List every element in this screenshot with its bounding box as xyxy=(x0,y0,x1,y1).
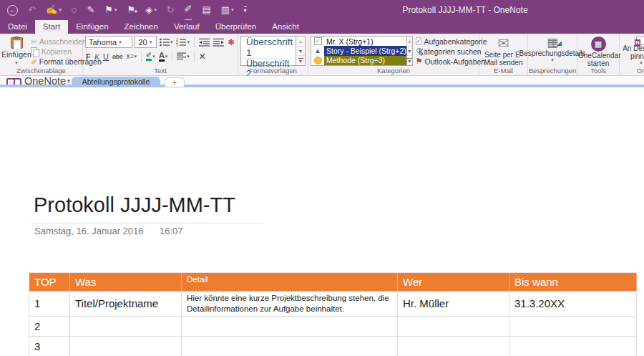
page-date[interactable]: Samstag, 16. Januar 2016 xyxy=(34,226,144,236)
page-title[interactable]: Protokoll JJJJ-MM-TT xyxy=(34,193,235,217)
clipboard-icon xyxy=(11,37,23,49)
undo-icon[interactable]: ↶ xyxy=(28,0,36,20)
table-cell[interactable]: Hr. Müller xyxy=(398,292,509,317)
section-tab-abteilungsprotokolle[interactable]: Abteilungsprotokolle xyxy=(72,77,160,87)
group-label-categories: Kategorien xyxy=(308,67,479,74)
protocol-table: TOP Was Detail Wer Bis wann 1Titel/Proje… xyxy=(29,272,637,356)
category-mrx[interactable]: ✓ Mr. X (Strg+1) xyxy=(311,37,406,46)
tag-icon[interactable]: ◈▾ xyxy=(145,0,157,20)
strikethrough-button[interactable]: abc xyxy=(112,53,124,60)
column-header-top[interactable]: TOP xyxy=(29,273,70,292)
gallery-up-icon[interactable]: ▲ xyxy=(296,37,305,47)
search-icon xyxy=(416,48,416,55)
table-cell[interactable]: 1 xyxy=(29,292,70,317)
meeting-details-button[interactable]: ▦◢ Besprechungsdetails ▾ xyxy=(530,36,575,66)
page-time[interactable]: 16:07 xyxy=(160,226,183,236)
category-story[interactable]: ▲ Story - Beispiel (Strg+2) xyxy=(311,46,406,55)
favorites-icon[interactable]: ▥▾ xyxy=(221,0,234,20)
paste-label: Einfügen xyxy=(1,50,31,59)
onecalendar-icon: ▦ xyxy=(591,37,606,52)
tab-start[interactable]: Start xyxy=(35,20,68,34)
font-name-combo[interactable]: Tahoma▾ xyxy=(85,36,132,48)
page-canvas[interactable]: Protokoll JJJJ-MM-TT Samstag, 16. Januar… xyxy=(0,87,644,356)
chevron-down-icon: ▾ xyxy=(15,60,18,66)
checkbox-red-icon: ✓ xyxy=(416,37,422,45)
tab-zeichnen[interactable]: Zeichnen xyxy=(117,20,166,34)
table-cell[interactable]: 2 xyxy=(29,316,70,336)
tab-verlauf[interactable]: Verlauf xyxy=(166,20,208,34)
pen-icon[interactable]: ✎ xyxy=(87,0,94,20)
gallery-more-icon[interactable]: ▼ xyxy=(407,56,412,65)
tab-einfuegen[interactable]: Einfügen xyxy=(68,20,116,34)
font-color-button[interactable]: A▾ xyxy=(158,52,168,62)
table-row: 2 xyxy=(29,316,637,336)
highlight-color-button[interactable]: ✐▾ xyxy=(145,52,156,61)
gallery-down-icon[interactable]: ▼ xyxy=(407,47,412,57)
table-cell[interactable] xyxy=(182,336,398,356)
group-pin: An Desktop pinnen ▾ On xyxy=(620,34,644,75)
paragraph-alignment-button[interactable]: ▾ xyxy=(176,52,190,60)
table-cell[interactable] xyxy=(182,316,398,336)
table-cell[interactable]: 3 xyxy=(29,336,70,356)
indent-button[interactable] xyxy=(213,38,225,47)
outdent-icon xyxy=(199,38,210,47)
category-methode[interactable]: Methode (Strg+3) xyxy=(311,56,406,65)
table-cell[interactable] xyxy=(70,336,182,356)
tab-ueberpruefen[interactable]: Überprüfen xyxy=(208,20,265,34)
lightbulb-icon xyxy=(314,57,322,64)
group-label-clipboard: Zwischenablage xyxy=(0,67,82,74)
column-header-detail[interactable]: Detail xyxy=(182,273,398,292)
chevron-down-icon[interactable]: ▼ xyxy=(66,78,72,85)
highlighter-icon[interactable]: ✐ xyxy=(185,0,192,21)
find-tags-button[interactable]: Kategorien suchen xyxy=(416,47,482,56)
side-panel-icon[interactable]: ▤ xyxy=(202,0,210,20)
customize-qat-icon[interactable]: ▾ xyxy=(244,6,247,14)
table-cell[interactable]: Hier könnte eine kurze Projektbeschreibu… xyxy=(182,292,398,317)
column-header-was[interactable]: Was xyxy=(70,273,182,292)
table-cell[interactable] xyxy=(398,336,509,356)
group-meetings: ▦◢ Besprechungsdetails ▾ Besprechungen xyxy=(528,34,577,75)
indent-icon xyxy=(213,38,224,47)
table-row: 1Titel/ProjektnameHier könnte eine kurze… xyxy=(29,292,637,317)
outdent-button[interactable] xyxy=(198,38,210,47)
onecalendar-button[interactable]: ▦ OneCalendar starten xyxy=(580,36,617,66)
tab-datei[interactable]: Datei xyxy=(0,20,35,34)
back-icon[interactable]: ← xyxy=(7,5,18,16)
paste-button[interactable]: Einfügen ▾ xyxy=(2,36,31,66)
flag-icon[interactable]: ⚑▾ xyxy=(104,0,117,20)
column-header-wer[interactable]: Wer xyxy=(398,273,509,292)
underline-button[interactable]: U xyxy=(102,52,109,61)
table-cell[interactable] xyxy=(509,316,637,336)
table-cell[interactable] xyxy=(509,336,637,356)
column-header-biswann[interactable]: Bis wann xyxy=(509,273,637,292)
gallery-down-icon[interactable]: ▼ xyxy=(296,47,305,57)
table-cell[interactable] xyxy=(70,316,182,336)
subscript-button[interactable]: x2▾ xyxy=(126,52,137,60)
font-size-combo[interactable]: 20▾ xyxy=(135,36,157,48)
table-cell[interactable]: Titel/Projektname xyxy=(70,292,182,317)
lasso-select-icon[interactable]: ◌ xyxy=(72,0,77,20)
outlook-tasks-button[interactable]: ⚑ Outlook-Aufgaben ▾ xyxy=(416,57,482,66)
pen-mode-icon[interactable]: ✍▾ xyxy=(46,0,62,20)
clear-formatting-icon[interactable]: ✱ xyxy=(227,37,235,47)
table-cell[interactable] xyxy=(398,316,509,336)
delete-icon[interactable]: ✕ xyxy=(198,52,207,62)
bullet-list-button[interactable]: ▾ xyxy=(159,38,174,47)
table-cell[interactable]: 31.3.20XX xyxy=(509,292,637,317)
bold-button[interactable]: F xyxy=(85,52,92,61)
gallery-up-icon[interactable]: ▲ xyxy=(407,37,412,47)
add-section-button[interactable]: + xyxy=(165,77,185,87)
group-label-text: Text xyxy=(83,67,238,74)
tab-ansicht[interactable]: Ansicht xyxy=(264,20,307,34)
gallery-more-icon[interactable]: ▼ xyxy=(296,56,305,65)
numbered-list-button[interactable]: 123 ▾ xyxy=(175,38,190,47)
pin-to-desktop-button[interactable]: An Desktop pinnen ▾ xyxy=(622,36,644,66)
group-label-styles: Formatvorlagen xyxy=(238,67,308,74)
task-category-button[interactable]: ✓ Aufgabenkategorie xyxy=(416,37,482,46)
style-heading1[interactable]: Überschrift 1 xyxy=(241,37,296,58)
categories-gallery-scroll: ▲ ▼ ▼ xyxy=(407,36,413,66)
italic-button[interactable]: K xyxy=(94,52,100,61)
blue-triangle-icon: ▲ xyxy=(314,47,321,54)
flag-star-icon[interactable]: ⚑★ xyxy=(127,0,135,20)
bullet-list-icon xyxy=(160,38,170,47)
